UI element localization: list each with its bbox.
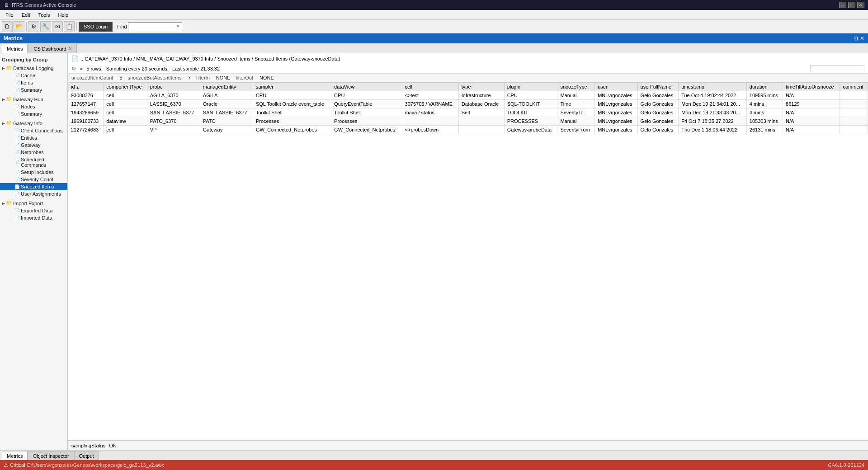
sidebar-item-user-assignments[interactable]: 📄 User Assignments [0,190,67,197]
toolbar-btn5[interactable]: 📋 [64,21,75,32]
table-cell-dataView: Processes [331,117,402,126]
snoozed-item-count-label: snoozedItemCount [71,75,113,80]
sampling-status-value: OK [109,443,116,448]
table-row[interactable]: 1943269659cellSAN_LASSIE_6377SAN_LASSIE_… [68,108,868,117]
refresh-icon[interactable]: ↻ [71,66,76,72]
table-body: 93088376cellAGILA_6370AGILACPUCPU<>testI… [68,91,868,134]
sidebar-group-gateway-info-header[interactable]: ▶ 📁 Gateway Info [0,119,67,127]
sso-login-button[interactable]: SSO Login [79,22,113,32]
table-cell-id: 1969160733 [68,117,104,126]
menu-tools[interactable]: Tools [35,11,54,19]
menu-file[interactable]: File [2,11,17,19]
sidebar-item-cache[interactable]: 📄 Cache [0,72,67,79]
item-icon: 📄 [14,184,20,189]
bottom-tab-output[interactable]: Output [74,451,99,460]
col-cell[interactable]: cell [402,83,458,91]
table-cell-plugin: SQL-TOOLKIT [504,100,557,108]
toolbar-open-btn[interactable]: 📂 [14,21,24,32]
col-time-till-auto-unsnooze[interactable]: timeTillAutoUnsnooze [783,83,840,91]
search-input[interactable] [810,65,864,72]
menu-edit[interactable]: Edit [18,11,34,19]
table-row[interactable]: 2127724683cellVPGatewayGW_Connected_Netp… [68,126,868,134]
col-timestamp[interactable]: timestamp [679,83,747,91]
breadcrumb-icon: 📄 [71,55,79,62]
col-user-full-name[interactable]: userFullName [637,83,679,91]
table-row[interactable]: 127657147cellLASSIE_6370OracleSQL Toolki… [68,100,868,108]
gateway-hub-label: Gateway Hub [13,97,43,102]
bottom-tab-object-inspector[interactable]: Object Inspector [28,451,74,460]
table-cell-sampler: Processes [253,117,331,126]
item-icon: 📄 [14,192,20,197]
bottom-tab-metrics[interactable]: Metrics [2,451,28,460]
menu-help[interactable]: Help [54,11,72,19]
col-id[interactable]: id [68,83,104,91]
minimize-button[interactable]: ─ [839,2,846,8]
table-cell-snoozeType: SeverityTo [557,108,595,117]
sidebar-item-client-connections[interactable]: 📄 Client Connections [0,127,67,134]
col-component-type[interactable]: componentType [104,83,147,91]
table-cell-userFullName: Gelo Gonzales [637,100,679,108]
sidebar-group-import-export-header[interactable]: ▶ 📁 Import Export [0,199,67,207]
col-dataview[interactable]: dataView [331,83,402,91]
sidebar-item-snoozed-items[interactable]: 📄 Snoozed Items [0,183,67,190]
find-combo[interactable]: ▼ [128,22,182,31]
col-type[interactable]: type [458,83,504,91]
col-comment[interactable]: comment [840,83,868,91]
table-cell-id: 93088376 [68,91,104,100]
sidebar-group-database-logging-header[interactable]: ▶ 📁 Database Logging [0,64,67,72]
toolbar-btn3[interactable]: 🔧 [40,21,51,32]
tab-cs-dashboard[interactable]: CS Dashboard ✕ [28,44,76,53]
find-label: Find [117,24,127,29]
toolbar-btn2[interactable]: ⚙ [28,21,39,32]
col-managed-entity[interactable]: managedEntity [200,83,253,91]
sidebar-item-setup-includes[interactable]: 📄 Setup Includes [0,169,67,176]
table-cell-componentType: cell [104,108,147,117]
sidebar-item-hub-summary[interactable]: 📄 Summary [0,110,67,118]
table-row[interactable]: 1969160733dataviewPATO_6370PATOProcesses… [68,117,868,126]
item-icon: 📄 [14,143,20,148]
grouping-header: Grouping by Group [0,55,67,63]
table-row[interactable]: 93088376cellAGILA_6370AGILACPUCPU<>testI… [68,91,868,100]
sidebar-item-netprobes[interactable]: 📄 Netprobes [0,149,67,156]
filter-out-value: NONE [259,75,274,80]
panel-close-icon[interactable]: ✕ [860,35,864,42]
sidebar-item-severity-count[interactable]: 📄 Severity Count [0,176,67,183]
col-sampler[interactable]: sampler [253,83,331,91]
toolbar-btn4[interactable]: ✉ [52,21,63,32]
table-cell-type: Self [458,108,504,117]
sidebar-item-items[interactable]: 📄 Items [0,79,67,86]
expand-icon: ▶ [2,97,5,102]
sampling-bar: ↻ ● 5 rows, Sampling every 20 seconds, L… [68,64,868,74]
table-cell-userFullName: Gelo Gonzales [637,126,679,134]
app-icon: 🖥 [4,2,9,8]
restore-button[interactable]: □ [848,2,855,8]
col-probe[interactable]: probe [147,83,200,91]
table-cell-probe: SAN_LASSIE_6377 [147,108,200,117]
table-cell-managedEntity: PATO [200,117,253,126]
col-plugin[interactable]: plugin [504,83,557,91]
sidebar-item-scheduled-commands[interactable]: 📄 Scheduled Commands [0,156,67,169]
item-icon: 📄 [14,112,20,117]
sidebar-group-gateway-hub-header[interactable]: ▶ 📁 Gateway Hub [0,95,67,103]
sidebar-item-db-summary[interactable]: 📄 Summary [0,86,67,94]
sidebar-item-exported-data[interactable]: 📄 Exported Data [0,207,67,214]
col-snooze-type[interactable]: snoozeType [557,83,595,91]
col-user[interactable]: user [595,83,637,91]
toolbar-new-btn[interactable]: 🗋 [2,21,13,32]
tab-metrics[interactable]: Metrics [2,44,28,53]
sidebar-item-entities[interactable]: 📄 Entities [0,134,67,141]
sidebar-item-nodes[interactable]: 📄 Nodes [0,103,67,110]
table-cell-managedEntity: Oracle [200,100,253,108]
close-button[interactable]: ✕ [857,2,864,8]
table-cell-timestamp: Mon Dec 19 21:34:01 20... [679,100,747,108]
item-icon: 📄 [14,80,20,85]
title-bar: 🖥 ITRS Geneos Active Console ─ □ ✕ [0,0,868,10]
col-duration[interactable]: duration [746,83,783,91]
app-status-bar: ⚠ Critical D:\Users\vrgonzales\Geneos\wo… [0,460,868,470]
sidebar-item-gateway[interactable]: 📄 Gateway [0,141,67,149]
item-icon: 📄 [14,150,20,155]
panel-restore-icon[interactable]: ⊡ [854,35,858,42]
sidebar-item-imported-data[interactable]: 📄 Imported Data [0,214,67,221]
tab-cs-dashboard-close-icon[interactable]: ✕ [68,46,72,51]
last-sample: Last sample 21:33:32 [172,66,220,71]
